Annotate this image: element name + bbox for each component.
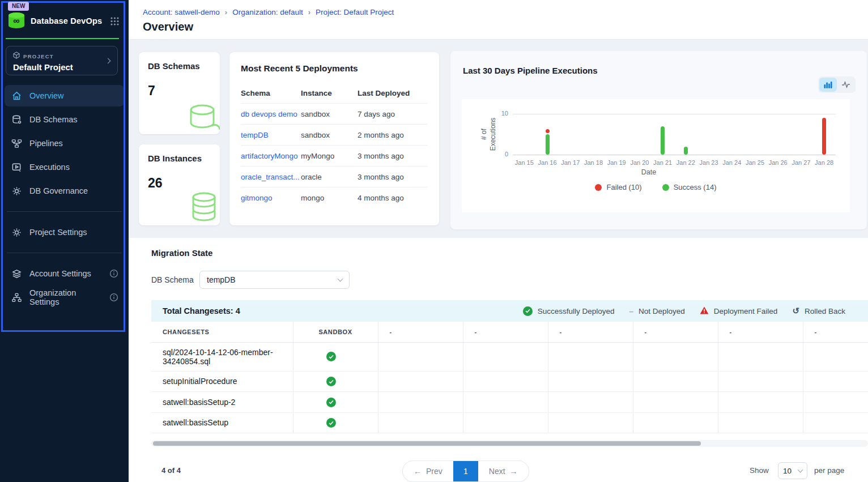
per-page-selected-value: 10 [783, 467, 792, 475]
per-page-select[interactable]: 10 [778, 462, 807, 479]
new-badge: NEW [8, 2, 29, 11]
changeset-row: setupInitialProcedure [151, 371, 868, 392]
y-gridline [513, 114, 836, 114]
breadcrumb-organization-link[interactable]: Organization: default [232, 8, 303, 16]
stat-title: DB Schemas [148, 61, 211, 71]
check-circle-icon [523, 306, 533, 316]
x-tick-label: Jan 18 [582, 159, 605, 166]
sidebar-item-executions[interactable]: Executions [5, 156, 124, 178]
deployment-row: oracle_transact... oracle 3 months ago [241, 167, 428, 187]
x-tick-label: Jan 15 [513, 159, 536, 166]
sidebar-item-pipelines[interactable]: Pipelines [5, 133, 124, 154]
sidebar-item-db-governance[interactable]: DB Governance [5, 180, 124, 202]
x-tick-label: Jan 16 [536, 159, 559, 166]
pipeline-executions-card: Last 30 Days Pipeline Executions 10 [450, 51, 867, 229]
per-page-label: per page [814, 466, 844, 475]
bar-chart-toggle-icon[interactable] [819, 78, 837, 92]
info-icon[interactable] [109, 293, 118, 302]
x-tick-label: Jan 25 [743, 159, 767, 166]
db-schema-select[interactable]: tempDB [199, 271, 350, 289]
project-name: Default Project [13, 62, 110, 72]
check-circle-icon[interactable] [326, 377, 336, 386]
project-label: PROJECT [23, 53, 54, 59]
app-logo-database-icon: ∞ [7, 11, 26, 31]
app-grid-icon[interactable] [110, 16, 120, 26]
changesets-table-viewport: CHANGESETS SANDBOX - - - - - - sql/2024-… [151, 322, 868, 433]
sidebar-item-label: Organization Settings [29, 288, 102, 306]
info-icon[interactable] [109, 269, 118, 278]
legend-deployment-failed: Deployment Failed [700, 306, 778, 316]
sidebar-item-db-schemas[interactable]: DB Schemas [5, 109, 124, 130]
migration-state-title: Migration State [151, 248, 212, 258]
play-square-icon [11, 162, 22, 173]
schema-link[interactable]: db devops demo [241, 110, 301, 118]
sidebar-item-account-settings[interactable]: Account Settings [5, 263, 124, 284]
changeset-name: satwell:basisSetup [163, 418, 228, 427]
x-tick-label: Jan 24 [720, 159, 743, 166]
db-schemas-stat-card[interactable]: DB Schemas 7 [139, 52, 220, 134]
brand-header: ∞ Database DevOps [7, 10, 122, 32]
legend-label: Not Deployed [639, 307, 685, 315]
check-circle-icon[interactable] [326, 418, 336, 428]
stat-title: DB Instances [148, 153, 211, 163]
changeset-name: setupInitialProcedure [163, 377, 237, 386]
schema-link[interactable]: artifactoryMongo [241, 152, 301, 160]
line-chart-toggle-icon[interactable] [837, 78, 854, 92]
column-header-empty: - [718, 322, 803, 342]
breadcrumb-account-link[interactable]: Account: satwell-demo [143, 8, 220, 16]
prev-label: Prev [426, 467, 442, 476]
schema-link[interactable]: tempDB [241, 131, 301, 139]
project-cube-icon [13, 51, 20, 61]
breadcrumb-project-link[interactable]: Project: Default Project [316, 8, 394, 16]
breadcrumb-separator: › [225, 8, 227, 16]
check-circle-icon[interactable] [326, 398, 336, 407]
gear-icon [11, 186, 22, 197]
sidebar: NEW ∞ Database DevOps [0, 0, 129, 482]
scrollbar-thumb[interactable] [153, 441, 701, 446]
sidebar-item-organization-settings[interactable]: Organization Settings [5, 287, 124, 308]
changesets-section: Total Changesets: 4 Successfully Deploye… [151, 300, 868, 433]
chart-bar-failed [546, 129, 550, 133]
x-tick-label: Jan 28 [812, 159, 836, 166]
deployment-row: gitmongo mongo 4 months ago [241, 187, 428, 208]
changeset-name: satwell:basisSetup-2 [163, 398, 235, 407]
right-arrow-icon: → [510, 467, 518, 476]
changesets-header-row: CHANGESETS SANDBOX - - - - - - [151, 322, 868, 342]
sidebar-item-label: Pipelines [29, 139, 63, 148]
horizontal-scrollbar[interactable] [151, 440, 868, 447]
pipeline-icon [11, 138, 22, 149]
column-header-sandbox: SANDBOX [293, 322, 378, 342]
db-instances-stat-card[interactable]: DB Instances 26 [139, 144, 220, 225]
legend-dot-icon [595, 184, 602, 191]
dash-icon: – [629, 307, 633, 315]
sidebar-item-project-settings[interactable]: Project Settings [5, 221, 124, 243]
instance-cell: myMongo [301, 152, 358, 160]
legend-label: Success (14) [674, 183, 717, 191]
legend-item[interactable]: Failed (10) [595, 183, 641, 191]
layers-icon [11, 268, 22, 279]
page-1-button[interactable]: 1 [453, 461, 478, 481]
column-header: Last Deployed [358, 89, 428, 97]
app-title: Database DevOps [31, 16, 102, 25]
prev-page-button[interactable]: ← Prev [403, 461, 453, 481]
chevron-down-icon [798, 467, 803, 473]
sidebar-item-label: Project Settings [29, 228, 87, 237]
sidebar-item-label: Account Settings [29, 269, 91, 278]
check-circle-icon[interactable] [326, 352, 336, 361]
x-tick-label: Jan 17 [559, 159, 582, 166]
column-header-empty: - [803, 322, 868, 342]
chart-bar-failed [822, 118, 826, 155]
next-page-button[interactable]: Next → [478, 461, 529, 481]
pagination: ← Prev 1 Next → [402, 460, 529, 482]
column-header: Schema [241, 89, 301, 97]
project-selector[interactable]: PROJECT Default Project [6, 46, 118, 75]
sidebar-item-overview[interactable]: Overview [5, 85, 124, 106]
page-title: Overview [143, 20, 193, 33]
sidebar-item-label: Executions [29, 163, 70, 172]
legend-item[interactable]: Success (14) [662, 183, 717, 191]
schema-link[interactable]: oracle_transact... [241, 173, 301, 181]
schema-link[interactable]: gitmongo [241, 194, 301, 202]
rollback-icon: ↺ [792, 306, 799, 316]
warning-triangle-icon [700, 306, 709, 316]
column-header-changesets: CHANGESETS [151, 322, 293, 342]
